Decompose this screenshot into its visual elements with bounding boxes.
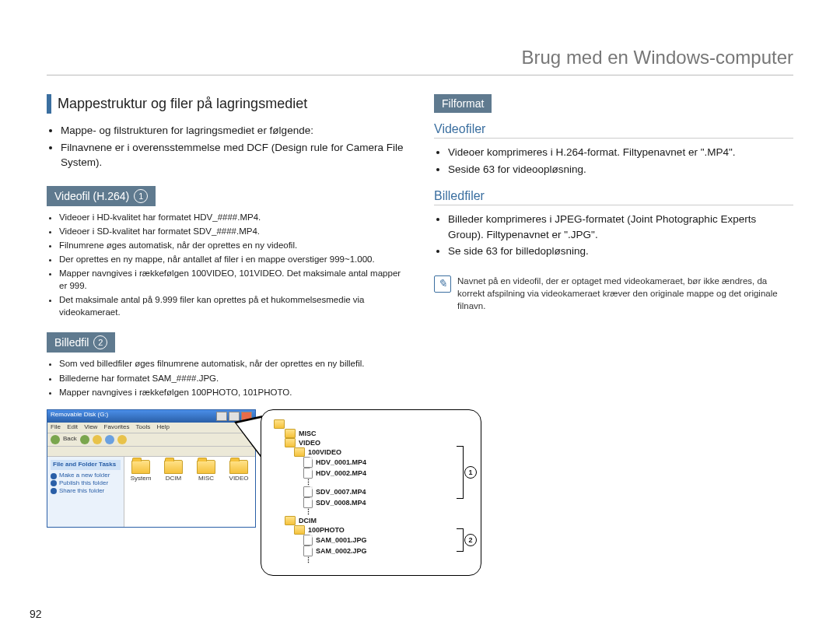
- menu-item: Help: [157, 423, 170, 430]
- tree-folder: DCIM: [285, 516, 468, 525]
- circled-number-2: 2: [464, 534, 477, 546]
- list-item: Filnumrene øges automatisk, når der opre…: [59, 239, 406, 251]
- billedfiler-list: Billeder komprimeres i JPEG-formatet (Jo…: [434, 212, 793, 259]
- list-item: Se side 63 for billedopløsning.: [448, 244, 793, 259]
- section-heading-text: Mappestruktur og filer på lagringsmediet: [58, 94, 307, 114]
- list-item: Filnavnene er i overensstemmelse med DCF…: [61, 140, 406, 170]
- pill-videofile: Videofil (H.264) 1: [47, 186, 156, 206]
- pill-number-2: 2: [93, 335, 107, 349]
- list-item: Mappe- og filstrukturen for lagringsmedi…: [61, 123, 406, 139]
- divider: [47, 75, 793, 75]
- menu-item: File: [51, 423, 61, 430]
- sidepanel-link: Make a new folder: [51, 472, 121, 479]
- note-box: ✎ Navnet på en videofil, der er optaget …: [434, 272, 793, 315]
- video-list: Videoer i HD-kvalitet har formatet HDV_#…: [47, 211, 406, 319]
- section-heading-folder-structure: Mappestruktur og filer på lagringsmediet: [47, 94, 406, 114]
- circled-number-1: 1: [464, 466, 477, 479]
- list-item: Det maksimale antal på 9.999 filer kan o…: [59, 293, 406, 318]
- tree-folder: VIDEO: [285, 438, 468, 447]
- minimize-icon: [216, 412, 227, 421]
- menu-item: View: [84, 423, 97, 430]
- toolbar-back-label: Back: [63, 436, 77, 443]
- tree-folder: MISC: [285, 429, 468, 438]
- pill-label: Billedfil: [54, 336, 89, 349]
- bracket-2: 2: [457, 528, 464, 552]
- list-item: Som ved billedfiler øges filnumrene auto…: [59, 357, 406, 370]
- right-column: Filformat Videofiler Videoer komprimeres…: [434, 94, 793, 576]
- divider: [434, 205, 793, 205]
- tree-file: SDV_0007.MP4: [303, 486, 468, 497]
- tree-folder: 100VIDEO: [294, 447, 468, 457]
- subheading-videofiler: Videofiler: [434, 122, 793, 136]
- list-item: Der oprettes en ny mappe, når antallet a…: [59, 253, 406, 265]
- illustration: Removable Disk (G:) File Edit View Favor…: [47, 409, 406, 576]
- page-title: Brug med en Windows-computer: [47, 47, 793, 68]
- pill-label: Filformat: [442, 97, 484, 110]
- callout-pointer: [234, 416, 262, 459]
- folder-tree-callout: MISC VIDEO 100VIDEO HDV_0001.MP4 HDV_000…: [261, 409, 481, 576]
- sidepanel-link: Publish this folder: [51, 480, 121, 487]
- explorer-main: System DCIM MISC VIDEO: [124, 457, 255, 527]
- up-icon: [93, 435, 102, 444]
- forward-icon: [80, 435, 89, 444]
- note-text: Navnet på en videofil, der er optaget me…: [457, 275, 793, 312]
- ellipsis-icon: ⋮: [305, 479, 468, 486]
- tree-file: SAM_0002.JPG: [303, 546, 468, 556]
- folder-icon: System: [128, 460, 154, 482]
- explorer-sidepanel: File and Folder Tasks Make a new folder …: [47, 457, 124, 527]
- pill-number-1: 1: [134, 189, 148, 203]
- left-column: Mappestruktur og filer på lagringsmediet…: [47, 94, 406, 576]
- intro-list: Mappe- og filstrukturen for lagringsmedi…: [47, 123, 406, 170]
- tree-file: SDV_0008.MP4: [303, 497, 468, 508]
- tree-file: SAM_0001.JPG: [303, 535, 468, 546]
- menu-item: Tools: [136, 423, 151, 430]
- page-number: 92: [30, 608, 42, 620]
- subheading-billedfiler: Billedfiler: [434, 189, 793, 203]
- list-item: Billederne har formatet SAM_####.JPG.: [59, 372, 406, 384]
- note-icon: ✎: [434, 275, 451, 293]
- pill-label: Videofil (H.264): [54, 190, 129, 202]
- folder-icon: MISC: [193, 460, 219, 482]
- list-item: Mapper navngives i rækkefølgen 100VIDEO,…: [59, 267, 406, 292]
- tree-root: [274, 419, 468, 429]
- list-item: Videoer i HD-kvalitet har formatet HDV_#…: [59, 211, 406, 223]
- explorer-menubar: File Edit View Favorites Tools Help: [47, 423, 255, 433]
- explorer-title: Removable Disk (G:): [51, 412, 108, 421]
- list-item: Seside 63 for videoopløsning.: [448, 162, 793, 177]
- videofiler-list: Videoer komprimeres i H.264-format. Filt…: [434, 145, 793, 177]
- list-item: Videoer i SD-kvalitet har formatet SDV_#…: [59, 225, 406, 237]
- search-icon: [105, 435, 114, 444]
- folder-icon: VIDEO: [226, 460, 252, 482]
- list-item: Billeder komprimeres i JPEG-formatet (Jo…: [448, 212, 793, 242]
- list-item: Videoer komprimeres i H.264-format. Filt…: [448, 145, 793, 160]
- pill-filformat: Filformat: [434, 94, 492, 113]
- sidepanel-title: File and Folder Tasks: [51, 460, 121, 470]
- tree-file: HDV_0001.MP4: [303, 457, 468, 468]
- explorer-window: Removable Disk (G:) File Edit View Favor…: [47, 409, 256, 528]
- ellipsis-icon: ⋮: [305, 508, 468, 516]
- bracket-1: 1: [457, 446, 464, 499]
- menu-item: Edit: [67, 423, 78, 430]
- tree-file: HDV_0002.MP4: [303, 468, 468, 479]
- sidepanel-link: Share this folder: [51, 488, 121, 495]
- menu-item: Favorites: [104, 423, 130, 430]
- folders-icon: [117, 435, 127, 444]
- back-icon: [51, 435, 60, 444]
- ellipsis-icon: ⋮: [305, 556, 468, 564]
- photo-list: Som ved billedfiler øges filnumrene auto…: [47, 357, 406, 398]
- list-item: Mapper navngives i rækkefølgen 100PHOTO,…: [59, 386, 406, 398]
- folder-icon: DCIM: [160, 460, 187, 482]
- divider: [434, 138, 793, 139]
- explorer-toolbar: Back: [47, 433, 255, 447]
- explorer-addressbar: [47, 447, 255, 458]
- tree-folder: 100PHOTO: [294, 525, 468, 535]
- pill-imagefile: Billedfil 2: [47, 332, 115, 353]
